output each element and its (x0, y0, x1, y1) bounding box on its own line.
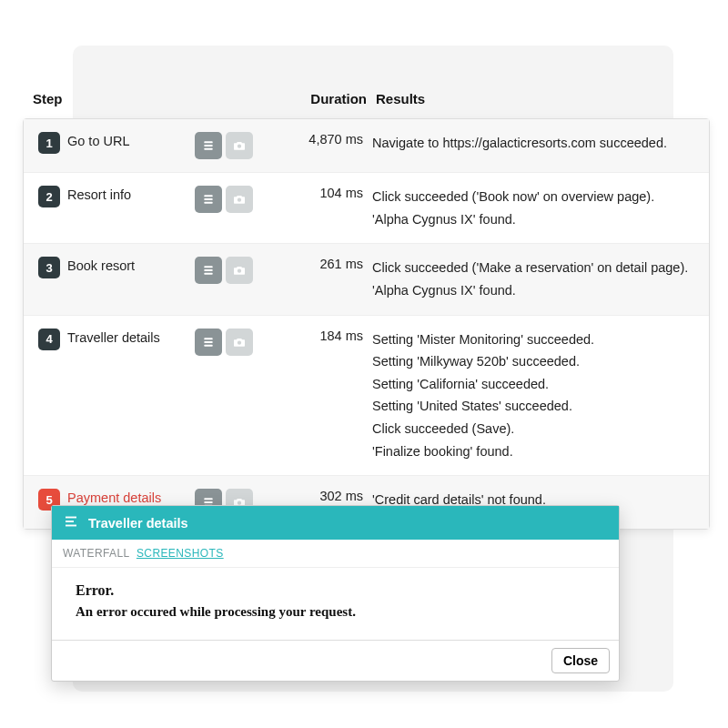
tab-screenshots[interactable]: SCREENSHOTS (136, 547, 224, 560)
result-line: Setting 'Milkyway 520b' succeeded. (372, 350, 696, 373)
svg-rect-12 (204, 338, 212, 339)
step-number-badge: 4 (38, 329, 60, 350)
svg-rect-4 (204, 195, 212, 197)
dialog-body: Error. An error occured while processing… (52, 568, 619, 640)
result-line: Setting 'Mister Monitoring' succeeded. (372, 329, 696, 351)
log-icon[interactable] (195, 186, 222, 213)
svg-rect-2 (204, 148, 212, 150)
step-name: Payment details (67, 489, 195, 505)
svg-rect-5 (204, 198, 212, 200)
svg-point-15 (238, 340, 241, 344)
step-name: Book resort (67, 257, 195, 273)
result-line: Navigate to https://galacticresorts.com … (372, 132, 696, 155)
svg-point-3 (238, 145, 241, 148)
svg-rect-14 (204, 344, 212, 346)
step-duration: 261 ms (286, 257, 372, 271)
step-number-badge: 1 (38, 132, 60, 154)
step-duration: 184 ms (286, 329, 372, 343)
result-line: 'Finalize booking' found. (372, 440, 696, 463)
svg-rect-6 (204, 202, 212, 204)
lines-icon (63, 513, 79, 532)
table-row[interactable]: 1Go to URL4,870 msNavigate to https://ga… (24, 119, 709, 173)
step-number-badge: 3 (38, 257, 60, 278)
svg-rect-17 (204, 501, 212, 503)
step-duration: 302 ms (286, 489, 372, 503)
header-step: Step (27, 91, 71, 106)
svg-rect-1 (204, 145, 212, 147)
log-icon[interactable] (195, 132, 222, 159)
step-duration: 4,870 ms (286, 132, 372, 147)
camera-icon[interactable] (226, 329, 253, 356)
step-name: Traveller details (67, 329, 195, 345)
step-detail-dialog: Traveller details WATERFALL SCREENSHOTS … (51, 505, 620, 682)
header-results: Results (376, 91, 710, 106)
steps-table: 1Go to URL4,870 msNavigate to https://ga… (23, 118, 710, 530)
dialog-footer: Close (52, 640, 619, 681)
header-duration: Duration (289, 91, 376, 106)
dialog-tabs: WATERFALL SCREENSHOTS (52, 540, 619, 568)
result-line: Setting 'United States' succeeded. (372, 395, 696, 418)
step-number-badge: 2 (38, 186, 60, 207)
svg-rect-16 (204, 499, 212, 500)
log-icon[interactable] (195, 257, 222, 284)
step-results: Navigate to https://galacticresorts.com … (372, 132, 709, 155)
table-headers: Step Duration Results (27, 91, 710, 117)
dialog-header: Traveller details (52, 506, 619, 540)
error-heading: Error. (76, 582, 595, 599)
svg-point-7 (238, 198, 241, 202)
error-body: An error occured while processing your r… (76, 604, 595, 620)
step-duration: 104 ms (286, 186, 372, 200)
tab-waterfall[interactable]: WATERFALL (63, 547, 129, 560)
svg-rect-0 (204, 141, 212, 143)
camera-icon[interactable] (226, 257, 253, 284)
svg-rect-10 (204, 273, 212, 275)
step-results: Click succeeded ('Make a reservation' on… (372, 257, 709, 301)
step-results: Click succeeded ('Book now' on overview … (372, 186, 709, 230)
dialog-title: Traveller details (88, 516, 188, 531)
svg-rect-8 (204, 267, 212, 268)
result-line: Click succeeded ('Book now' on overview … (372, 186, 696, 208)
svg-rect-9 (204, 269, 212, 271)
result-line: 'Alpha Cygnus IX' found. (372, 279, 696, 302)
svg-point-11 (238, 269, 241, 273)
step-results: Setting 'Mister Monitoring' succeeded.Se… (372, 329, 709, 463)
result-line: 'Alpha Cygnus IX' found. (372, 208, 696, 231)
result-line: Click succeeded ('Make a reservation' on… (372, 257, 696, 279)
table-row[interactable]: 3Book resort261 msClick succeeded ('Make… (24, 244, 709, 315)
camera-icon[interactable] (226, 186, 253, 213)
step-name: Go to URL (67, 132, 195, 148)
log-icon[interactable] (195, 329, 222, 356)
close-button[interactable]: Close (551, 648, 610, 673)
step-name: Resort info (67, 186, 195, 202)
table-row[interactable]: 4Traveller details184 msSetting 'Mister … (24, 316, 709, 477)
camera-icon[interactable] (226, 132, 253, 159)
svg-rect-13 (204, 341, 212, 343)
table-row[interactable]: 2Resort info104 msClick succeeded ('Book… (24, 173, 709, 244)
result-line: Setting 'California' succeeded. (372, 373, 696, 396)
result-line: Click succeeded (Save). (372, 418, 696, 440)
